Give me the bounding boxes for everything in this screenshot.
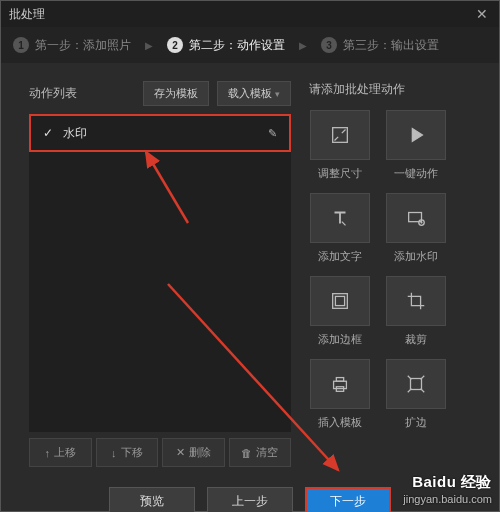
clear-button[interactable]: 🗑清空 — [229, 438, 292, 467]
baidu-watermark: Baidu 经验 jingyan.baidu.com — [403, 472, 492, 506]
play-icon — [405, 124, 427, 146]
arrow-down-icon: ↓ — [111, 447, 117, 459]
preview-button[interactable]: 预览 — [109, 487, 195, 512]
right-panel-title: 请添加批处理动作 — [309, 81, 479, 98]
move-down-button[interactable]: ↓下移 — [96, 438, 159, 467]
oneclick-tile[interactable] — [386, 110, 446, 160]
expand-tile[interactable] — [386, 359, 446, 409]
step-bar: 1第一步：添加照片 ▶ 2第二步：动作设置 ▶ 3第三步：输出设置 — [1, 27, 499, 63]
action-list-label: 动作列表 — [29, 85, 135, 102]
svg-rect-5 — [334, 381, 347, 388]
watermark-tile[interactable] — [386, 193, 446, 243]
watermark-icon — [405, 207, 427, 229]
border-tile[interactable] — [310, 276, 370, 326]
move-up-button[interactable]: ↑上移 — [29, 438, 92, 467]
printer-icon — [329, 373, 351, 395]
next-button[interactable]: 下一步 — [305, 487, 391, 512]
step-1[interactable]: 1第一步：添加照片 — [13, 37, 131, 54]
step-2[interactable]: 2第二步：动作设置 — [167, 37, 285, 54]
delete-button[interactable]: ✕删除 — [162, 438, 225, 467]
arrow-up-icon: ↑ — [45, 447, 51, 459]
text-icon — [329, 207, 351, 229]
prev-button[interactable]: 上一步 — [207, 487, 293, 512]
template-tile[interactable] — [310, 359, 370, 409]
step-3[interactable]: 3第三步：输出设置 — [321, 37, 439, 54]
trash-icon: 🗑 — [241, 447, 252, 459]
load-template-dropdown[interactable]: 载入模板 — [217, 81, 291, 106]
x-icon: ✕ — [176, 446, 185, 459]
crop-tile[interactable] — [386, 276, 446, 326]
expand-icon — [405, 373, 427, 395]
pencil-icon[interactable]: ✎ — [268, 127, 277, 140]
crop-icon — [405, 290, 427, 312]
action-list-item[interactable]: ✓ 水印 ✎ — [29, 114, 291, 152]
window-title: 批处理 — [9, 6, 45, 23]
text-tile[interactable] — [310, 193, 370, 243]
action-item-label: 水印 — [63, 125, 87, 142]
resize-tile[interactable] — [310, 110, 370, 160]
action-list-body — [29, 152, 291, 432]
border-icon — [329, 290, 351, 312]
resize-icon — [329, 124, 351, 146]
svg-rect-4 — [335, 296, 344, 305]
close-icon[interactable]: ✕ — [473, 5, 491, 23]
save-template-button[interactable]: 存为模板 — [143, 81, 209, 106]
svg-rect-6 — [336, 378, 343, 382]
checkmark-icon: ✓ — [43, 126, 53, 140]
svg-rect-8 — [411, 379, 422, 390]
